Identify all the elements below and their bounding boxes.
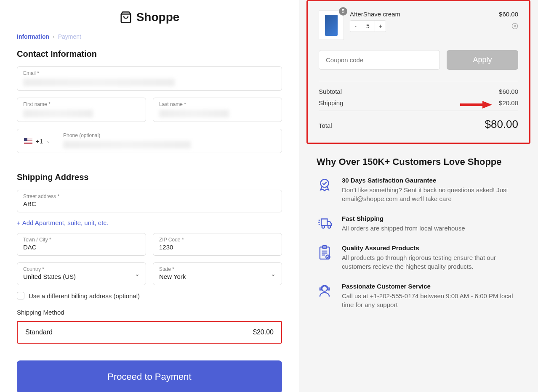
benefit-title: Fast Shipping [342,215,465,222]
svg-point-3 [322,225,325,228]
arrow-right-icon [459,100,493,109]
street-label: Street address * [23,193,276,199]
benefit-desc: Call us at +1-202-555-0174 between 9:00 … [342,291,520,309]
benefit-desc: Don't like something? Sent it back no qu… [342,185,520,203]
qty-badge: 5 [339,7,347,16]
benefit-title: Quality Assured Products [342,244,520,252]
breadcrumb: Information › Payment [17,33,282,40]
benefit-quality: Quality Assured Products All products go… [299,244,538,283]
chevron-right-icon: › [53,33,55,40]
remove-item-button[interactable] [511,23,518,29]
phone-field[interactable]: +1 ⌄ Phone (optional) [17,129,282,153]
brand-name: Shoppe [136,11,180,24]
street-value: ABC [23,200,276,208]
phone-prefix: +1 [36,138,43,145]
qty-value: 5 [361,21,375,32]
checkbox-icon [17,292,24,299]
country-value: United States (US) [23,273,140,281]
svg-point-8 [322,286,328,291]
total-value: $80.00 [485,118,518,131]
product-price: $60.00 [499,11,518,18]
truck-icon [317,215,333,231]
first-name-field[interactable]: First name * [17,98,146,122]
state-select[interactable]: State * New York ⌄ [153,262,282,285]
svg-point-4 [328,225,330,228]
coupon-input[interactable] [319,50,440,70]
contact-info-heading: Contact Information [17,49,282,59]
email-label: Email * [23,70,276,76]
subtotal-value: $60.00 [499,88,518,95]
different-billing-checkbox[interactable]: Use a different billing address (optiona… [17,292,282,299]
benefit-guarantee: 30 Days Satisfaction Gaurantee Don't lik… [299,177,538,215]
quantity-stepper: - 5 + [350,20,386,32]
cart-item: 5 AfterShave cream $60.00 - 5 + [319,11,518,40]
clipboard-check-icon [317,244,333,260]
country-select[interactable]: Country * United States (US) ⌄ [17,262,146,285]
svg-rect-9 [320,288,321,290]
apply-coupon-button[interactable]: Apply [447,50,518,70]
shipping-method-option[interactable]: Standard $20.00 [17,321,282,344]
different-billing-label: Use a different billing address (optiona… [29,292,140,299]
country-label: Country * [23,266,140,272]
benefit-desc: All orders are shipped from local wareho… [342,224,465,233]
phone-label: Phone (optional) [63,132,276,138]
svg-rect-2 [321,219,327,226]
city-label: Town / City * [23,237,140,243]
city-value: DAC [23,244,140,251]
state-value: New York [159,273,276,281]
breadcrumb-information[interactable]: Information [17,33,49,40]
headset-icon [317,283,333,299]
total-label: Total [319,122,332,129]
us-flag-icon [24,138,32,144]
last-name-field[interactable]: Last name * [153,98,282,122]
benefits-heading: Why Over 150K+ Customers Love Shoppe [299,152,538,177]
subtotal-label: Subtotal [319,88,342,95]
first-name-value [23,110,93,117]
brand-logo: Shoppe [17,11,282,24]
zip-value: 1230 [159,244,276,251]
benefit-title: 30 Days Satisfaction Gaurantee [342,177,520,184]
last-name-value [159,110,229,117]
street-address-field[interactable]: Street address * ABC [17,190,282,212]
chevron-down-icon: ⌄ [46,138,50,144]
subtotal-row: Subtotal $60.00 [319,88,518,95]
shipping-cost-label: Shipping [319,99,343,106]
shipping-address-heading: Shipping Address [17,172,282,182]
shopping-bag-icon [120,11,132,24]
shipping-method-name: Standard [25,328,53,336]
qty-decrease-button[interactable]: - [350,21,361,32]
email-value [23,79,175,86]
benefit-support: Passionate Customer Service Call us at +… [299,283,538,321]
close-icon [511,23,518,29]
benefit-title: Passionate Customer Service [342,283,520,290]
add-apartment-label: Add Apartment, suite, unit, etc. [22,219,108,226]
order-summary: 5 AfterShave cream $60.00 - 5 + [306,0,530,144]
phone-value [63,141,191,148]
badge-check-icon [317,177,333,193]
total-row: Total $80.00 [319,118,518,131]
zip-label: ZIP Code * [159,237,276,243]
email-field[interactable]: Email * [17,66,282,91]
shipping-method-heading: Shipping Method [17,309,282,316]
benefit-desc: All products go through rigorous testing… [342,253,520,271]
add-apartment-link[interactable]: + Add Apartment, suite, unit, etc. [17,219,282,226]
last-name-label: Last name * [159,101,276,107]
shipping-cost-value: $20.00 [499,99,518,106]
product-thumbnail: 5 [319,11,344,40]
zip-field[interactable]: ZIP Code * 1230 [153,233,282,256]
breadcrumb-payment: Payment [58,33,81,40]
shipping-method-price: $20.00 [253,328,274,336]
qty-increase-button[interactable]: + [375,21,386,32]
state-label: State * [159,266,276,272]
plus-icon: + [17,219,21,226]
proceed-to-payment-button[interactable]: Proceed to Payment [17,360,282,392]
shipping-cost-row: Shipping $20.00 [319,99,518,106]
first-name-label: First name * [23,101,140,107]
benefit-shipping: Fast Shipping All orders are shipped fro… [299,215,538,244]
svg-rect-10 [328,288,329,290]
product-name: AfterShave cream [350,11,400,18]
country-code-selector[interactable]: +1 ⌄ [17,130,57,152]
city-field[interactable]: Town / City * DAC [17,233,146,256]
